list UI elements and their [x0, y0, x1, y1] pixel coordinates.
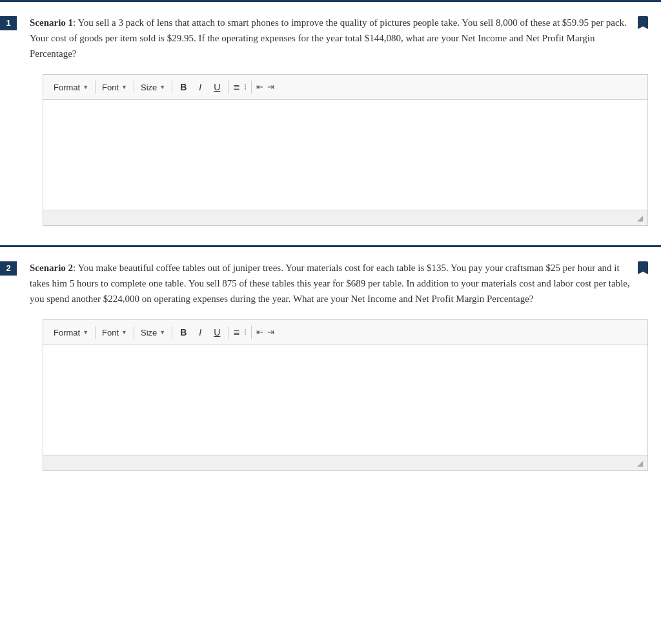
- toolbar-2-format-group: Format ▼ Font ▼ Size ▼: [50, 326, 175, 339]
- font-label-1: Font: [102, 83, 119, 92]
- format-dropdown-1[interactable]: Format ▼: [50, 81, 92, 94]
- italic-btn-2[interactable]: I: [192, 324, 208, 341]
- font-arrow-2: ▼: [121, 329, 127, 336]
- format-dropdown-2[interactable]: Format ▼: [50, 327, 92, 339]
- underline-btn-2[interactable]: U: [208, 324, 225, 341]
- scenario-1-label: Scenario 1: [30, 17, 73, 28]
- divider-2b: [134, 326, 134, 339]
- toolbar-1-format-group: Format ▼ Font ▼ Size ▼: [50, 81, 175, 94]
- format-label-2: Format: [54, 328, 80, 337]
- size-arrow-2: ▼: [159, 329, 165, 336]
- divider-1c: [172, 81, 172, 94]
- divider-2e: [251, 326, 252, 339]
- divider-1e: [251, 81, 252, 94]
- unordered-list-icon-1[interactable]: ⁝: [242, 81, 249, 94]
- font-dropdown-2[interactable]: Font ▼: [98, 327, 131, 339]
- font-arrow-1: ▼: [121, 84, 127, 90]
- editor-2-toolbar: Format ▼ Font ▼ Size ▼ B I: [43, 320, 647, 345]
- divider-2a: [95, 326, 96, 339]
- indent-increase-icon-1[interactable]: ⇥: [265, 81, 276, 94]
- format-arrow-1: ▼: [83, 84, 88, 90]
- unordered-list-icon-2[interactable]: ⁝: [242, 326, 249, 339]
- editor-1-toolbar: Format ▼ Font ▼ Size ▼ B I: [43, 75, 647, 100]
- scenario-2-block: 2 Scenario 2: You make beautiful coffee …: [0, 245, 661, 471]
- divider-1b: [134, 81, 134, 94]
- divider-1d: [228, 81, 229, 94]
- resize-handle-1[interactable]: ◢: [637, 214, 645, 222]
- font-dropdown-1[interactable]: Font ▼: [98, 81, 131, 94]
- scenario-2-number: 2: [0, 261, 17, 276]
- scenario-2-body: : You make beautiful coffee tables out o…: [30, 263, 630, 304]
- editor-1-body[interactable]: [43, 100, 647, 210]
- scenario-1-body: : You sell a 3 pack of lens that attach …: [30, 17, 627, 59]
- ordered-list-icon-1[interactable]: ≣: [231, 81, 242, 94]
- scenario-1-text: Scenario 1: You sell a 3 pack of lens th…: [30, 15, 633, 61]
- resize-handle-2[interactable]: ◢: [637, 459, 645, 467]
- size-label-2: Size: [141, 328, 157, 337]
- editor-1-footer: ◢: [43, 210, 647, 225]
- bold-btn-2[interactable]: B: [175, 324, 192, 341]
- editor-2-footer: ◢: [43, 455, 647, 470]
- bookmark-icon-1[interactable]: [638, 16, 648, 29]
- scenario-2-label: Scenario 2: [30, 263, 73, 273]
- ordered-list-icon-2[interactable]: ≣: [231, 326, 242, 339]
- format-label-1: Format: [54, 83, 80, 92]
- editor-2-body[interactable]: [43, 345, 647, 455]
- scenario-2-header: 2 Scenario 2: You make beautiful coffee …: [0, 247, 661, 319]
- scenario-1-block: 1 Scenario 1: You sell a 3 pack of lens …: [0, 0, 661, 226]
- italic-btn-1[interactable]: I: [192, 79, 208, 96]
- size-label-1: Size: [141, 83, 157, 92]
- size-arrow-1: ▼: [159, 84, 165, 90]
- indent-increase-icon-2[interactable]: ⇥: [265, 326, 276, 339]
- indent-decrease-icon-2[interactable]: ⇤: [254, 326, 265, 339]
- format-arrow-2: ▼: [83, 329, 88, 336]
- divider-1a: [95, 81, 96, 94]
- underline-btn-1[interactable]: U: [208, 79, 225, 96]
- divider-2d: [228, 326, 229, 339]
- size-dropdown-2[interactable]: Size ▼: [137, 327, 169, 339]
- page-container: 1 Scenario 1: You sell a 3 pack of lens …: [0, 0, 661, 471]
- editor-1: Format ▼ Font ▼ Size ▼ B I: [43, 74, 648, 226]
- scenario-2-text: Scenario 2: You make beautiful coffee ta…: [30, 260, 633, 307]
- divider-2c: [172, 326, 172, 339]
- bold-btn-1[interactable]: B: [175, 79, 192, 96]
- indent-decrease-icon-1[interactable]: ⇤: [254, 81, 265, 94]
- font-label-2: Font: [102, 328, 119, 337]
- editor-2: Format ▼ Font ▼ Size ▼ B I: [43, 319, 648, 471]
- scenario-1-header: 1 Scenario 1: You sell a 3 pack of lens …: [0, 2, 661, 74]
- bookmark-icon-2[interactable]: [638, 261, 648, 274]
- size-dropdown-1[interactable]: Size ▼: [137, 81, 169, 94]
- scenario-1-number: 1: [0, 16, 17, 30]
